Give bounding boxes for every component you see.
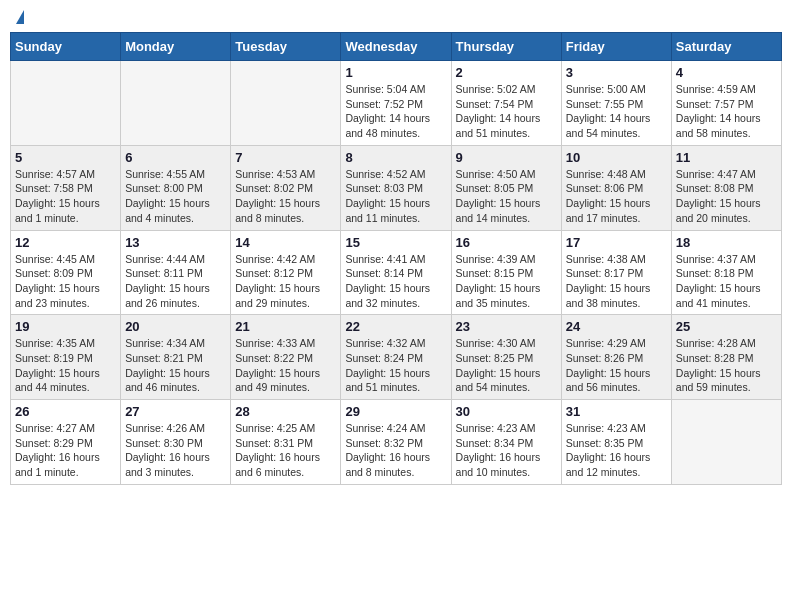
calendar-cell: 4Sunrise: 4:59 AM Sunset: 7:57 PM Daylig…	[671, 61, 781, 146]
calendar-cell: 1Sunrise: 5:04 AM Sunset: 7:52 PM Daylig…	[341, 61, 451, 146]
calendar-week-row: 12Sunrise: 4:45 AM Sunset: 8:09 PM Dayli…	[11, 230, 782, 315]
calendar-cell: 22Sunrise: 4:32 AM Sunset: 8:24 PM Dayli…	[341, 315, 451, 400]
calendar-week-row: 19Sunrise: 4:35 AM Sunset: 8:19 PM Dayli…	[11, 315, 782, 400]
day-number: 14	[235, 235, 336, 250]
calendar-cell: 21Sunrise: 4:33 AM Sunset: 8:22 PM Dayli…	[231, 315, 341, 400]
calendar-week-row: 26Sunrise: 4:27 AM Sunset: 8:29 PM Dayli…	[11, 400, 782, 485]
day-info: Sunrise: 4:38 AM Sunset: 8:17 PM Dayligh…	[566, 252, 667, 311]
day-info: Sunrise: 4:24 AM Sunset: 8:32 PM Dayligh…	[345, 421, 446, 480]
day-info: Sunrise: 4:52 AM Sunset: 8:03 PM Dayligh…	[345, 167, 446, 226]
weekday-header-friday: Friday	[561, 33, 671, 61]
calendar-cell: 11Sunrise: 4:47 AM Sunset: 8:08 PM Dayli…	[671, 145, 781, 230]
calendar-cell: 26Sunrise: 4:27 AM Sunset: 8:29 PM Dayli…	[11, 400, 121, 485]
calendar-cell: 5Sunrise: 4:57 AM Sunset: 7:58 PM Daylig…	[11, 145, 121, 230]
day-info: Sunrise: 4:53 AM Sunset: 8:02 PM Dayligh…	[235, 167, 336, 226]
day-number: 15	[345, 235, 446, 250]
day-number: 17	[566, 235, 667, 250]
calendar-cell: 13Sunrise: 4:44 AM Sunset: 8:11 PM Dayli…	[121, 230, 231, 315]
day-info: Sunrise: 4:57 AM Sunset: 7:58 PM Dayligh…	[15, 167, 116, 226]
day-info: Sunrise: 4:41 AM Sunset: 8:14 PM Dayligh…	[345, 252, 446, 311]
day-info: Sunrise: 4:42 AM Sunset: 8:12 PM Dayligh…	[235, 252, 336, 311]
day-info: Sunrise: 5:02 AM Sunset: 7:54 PM Dayligh…	[456, 82, 557, 141]
day-number: 5	[15, 150, 116, 165]
calendar-cell: 14Sunrise: 4:42 AM Sunset: 8:12 PM Dayli…	[231, 230, 341, 315]
calendar-cell: 15Sunrise: 4:41 AM Sunset: 8:14 PM Dayli…	[341, 230, 451, 315]
day-info: Sunrise: 5:04 AM Sunset: 7:52 PM Dayligh…	[345, 82, 446, 141]
day-number: 24	[566, 319, 667, 334]
weekday-header-saturday: Saturday	[671, 33, 781, 61]
calendar-cell	[231, 61, 341, 146]
logo-triangle-icon	[16, 10, 24, 24]
day-info: Sunrise: 4:23 AM Sunset: 8:34 PM Dayligh…	[456, 421, 557, 480]
day-number: 21	[235, 319, 336, 334]
day-number: 12	[15, 235, 116, 250]
day-number: 20	[125, 319, 226, 334]
calendar-week-row: 1Sunrise: 5:04 AM Sunset: 7:52 PM Daylig…	[11, 61, 782, 146]
day-info: Sunrise: 4:35 AM Sunset: 8:19 PM Dayligh…	[15, 336, 116, 395]
day-number: 8	[345, 150, 446, 165]
day-number: 26	[15, 404, 116, 419]
day-info: Sunrise: 4:39 AM Sunset: 8:15 PM Dayligh…	[456, 252, 557, 311]
day-info: Sunrise: 5:00 AM Sunset: 7:55 PM Dayligh…	[566, 82, 667, 141]
day-info: Sunrise: 4:27 AM Sunset: 8:29 PM Dayligh…	[15, 421, 116, 480]
weekday-header-row: SundayMondayTuesdayWednesdayThursdayFrid…	[11, 33, 782, 61]
day-number: 23	[456, 319, 557, 334]
calendar-cell: 10Sunrise: 4:48 AM Sunset: 8:06 PM Dayli…	[561, 145, 671, 230]
day-info: Sunrise: 4:26 AM Sunset: 8:30 PM Dayligh…	[125, 421, 226, 480]
calendar-week-row: 5Sunrise: 4:57 AM Sunset: 7:58 PM Daylig…	[11, 145, 782, 230]
calendar-cell: 20Sunrise: 4:34 AM Sunset: 8:21 PM Dayli…	[121, 315, 231, 400]
calendar-cell: 18Sunrise: 4:37 AM Sunset: 8:18 PM Dayli…	[671, 230, 781, 315]
calendar-cell: 3Sunrise: 5:00 AM Sunset: 7:55 PM Daylig…	[561, 61, 671, 146]
day-number: 2	[456, 65, 557, 80]
day-info: Sunrise: 4:32 AM Sunset: 8:24 PM Dayligh…	[345, 336, 446, 395]
day-number: 9	[456, 150, 557, 165]
calendar-table: SundayMondayTuesdayWednesdayThursdayFrid…	[10, 32, 782, 485]
calendar-cell: 7Sunrise: 4:53 AM Sunset: 8:02 PM Daylig…	[231, 145, 341, 230]
calendar-cell: 17Sunrise: 4:38 AM Sunset: 8:17 PM Dayli…	[561, 230, 671, 315]
calendar-cell	[121, 61, 231, 146]
day-number: 22	[345, 319, 446, 334]
calendar-cell: 6Sunrise: 4:55 AM Sunset: 8:00 PM Daylig…	[121, 145, 231, 230]
weekday-header-monday: Monday	[121, 33, 231, 61]
day-number: 25	[676, 319, 777, 334]
day-number: 30	[456, 404, 557, 419]
day-info: Sunrise: 4:45 AM Sunset: 8:09 PM Dayligh…	[15, 252, 116, 311]
day-number: 7	[235, 150, 336, 165]
calendar-cell: 12Sunrise: 4:45 AM Sunset: 8:09 PM Dayli…	[11, 230, 121, 315]
day-number: 3	[566, 65, 667, 80]
day-number: 16	[456, 235, 557, 250]
day-info: Sunrise: 4:59 AM Sunset: 7:57 PM Dayligh…	[676, 82, 777, 141]
day-info: Sunrise: 4:34 AM Sunset: 8:21 PM Dayligh…	[125, 336, 226, 395]
day-number: 18	[676, 235, 777, 250]
day-info: Sunrise: 4:25 AM Sunset: 8:31 PM Dayligh…	[235, 421, 336, 480]
day-number: 29	[345, 404, 446, 419]
calendar-cell: 23Sunrise: 4:30 AM Sunset: 8:25 PM Dayli…	[451, 315, 561, 400]
calendar-cell: 24Sunrise: 4:29 AM Sunset: 8:26 PM Dayli…	[561, 315, 671, 400]
calendar-cell: 16Sunrise: 4:39 AM Sunset: 8:15 PM Dayli…	[451, 230, 561, 315]
calendar-cell: 8Sunrise: 4:52 AM Sunset: 8:03 PM Daylig…	[341, 145, 451, 230]
calendar-cell: 2Sunrise: 5:02 AM Sunset: 7:54 PM Daylig…	[451, 61, 561, 146]
day-info: Sunrise: 4:47 AM Sunset: 8:08 PM Dayligh…	[676, 167, 777, 226]
day-number: 6	[125, 150, 226, 165]
logo	[14, 10, 24, 24]
day-number: 4	[676, 65, 777, 80]
day-info: Sunrise: 4:55 AM Sunset: 8:00 PM Dayligh…	[125, 167, 226, 226]
weekday-header-sunday: Sunday	[11, 33, 121, 61]
day-number: 1	[345, 65, 446, 80]
calendar-cell: 19Sunrise: 4:35 AM Sunset: 8:19 PM Dayli…	[11, 315, 121, 400]
day-info: Sunrise: 4:29 AM Sunset: 8:26 PM Dayligh…	[566, 336, 667, 395]
day-number: 13	[125, 235, 226, 250]
calendar-cell: 9Sunrise: 4:50 AM Sunset: 8:05 PM Daylig…	[451, 145, 561, 230]
day-number: 19	[15, 319, 116, 334]
day-info: Sunrise: 4:33 AM Sunset: 8:22 PM Dayligh…	[235, 336, 336, 395]
calendar-cell: 28Sunrise: 4:25 AM Sunset: 8:31 PM Dayli…	[231, 400, 341, 485]
day-info: Sunrise: 4:44 AM Sunset: 8:11 PM Dayligh…	[125, 252, 226, 311]
day-info: Sunrise: 4:28 AM Sunset: 8:28 PM Dayligh…	[676, 336, 777, 395]
day-info: Sunrise: 4:37 AM Sunset: 8:18 PM Dayligh…	[676, 252, 777, 311]
calendar-cell: 31Sunrise: 4:23 AM Sunset: 8:35 PM Dayli…	[561, 400, 671, 485]
day-number: 31	[566, 404, 667, 419]
day-number: 10	[566, 150, 667, 165]
day-number: 28	[235, 404, 336, 419]
day-info: Sunrise: 4:50 AM Sunset: 8:05 PM Dayligh…	[456, 167, 557, 226]
calendar-cell: 30Sunrise: 4:23 AM Sunset: 8:34 PM Dayli…	[451, 400, 561, 485]
